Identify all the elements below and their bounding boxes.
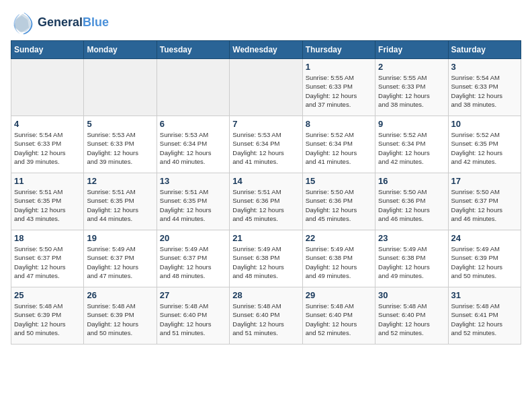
day-info: Sunrise: 5:49 AM Sunset: 6:38 PM Dayligh… <box>306 244 372 280</box>
calendar-week-3: 11Sunrise: 5:51 AM Sunset: 6:35 PM Dayli… <box>11 173 521 230</box>
day-number: 16 <box>378 176 445 186</box>
day-info: Sunrise: 5:52 AM Sunset: 6:34 PM Dayligh… <box>306 130 372 166</box>
calendar-header-row: SundayMondayTuesdayWednesdayThursdayFrid… <box>11 41 521 59</box>
calendar-cell: 25Sunrise: 5:48 AM Sunset: 6:39 PM Dayli… <box>11 287 84 345</box>
day-number: 14 <box>232 176 299 186</box>
calendar-cell: 2Sunrise: 5:55 AM Sunset: 6:33 PM Daylig… <box>375 59 448 116</box>
calendar-cell <box>230 59 302 116</box>
day-info: Sunrise: 5:52 AM Sunset: 6:35 PM Dayligh… <box>451 130 518 166</box>
calendar-cell: 26Sunrise: 5:48 AM Sunset: 6:39 PM Dayli… <box>84 287 157 345</box>
weekday-header-tuesday: Tuesday <box>157 41 229 59</box>
calendar-cell: 31Sunrise: 5:48 AM Sunset: 6:41 PM Dayli… <box>448 287 521 345</box>
day-info: Sunrise: 5:49 AM Sunset: 6:37 PM Dayligh… <box>160 244 226 280</box>
day-info: Sunrise: 5:49 AM Sunset: 6:38 PM Dayligh… <box>378 244 445 280</box>
weekday-header-thursday: Thursday <box>302 41 375 59</box>
day-number: 6 <box>160 119 226 129</box>
day-info: Sunrise: 5:49 AM Sunset: 6:37 PM Dayligh… <box>87 244 153 280</box>
day-number: 21 <box>232 233 299 243</box>
calendar-cell: 10Sunrise: 5:52 AM Sunset: 6:35 PM Dayli… <box>448 116 521 173</box>
day-number: 7 <box>232 119 299 129</box>
calendar-cell: 14Sunrise: 5:51 AM Sunset: 6:36 PM Dayli… <box>230 173 302 230</box>
day-number: 30 <box>378 290 445 300</box>
calendar-cell: 3Sunrise: 5:54 AM Sunset: 6:33 PM Daylig… <box>448 59 521 116</box>
day-info: Sunrise: 5:50 AM Sunset: 6:37 PM Dayligh… <box>451 187 518 223</box>
weekday-header-saturday: Saturday <box>448 41 521 59</box>
page-header: GeneralBlue <box>11 11 521 35</box>
day-number: 20 <box>160 233 226 243</box>
day-info: Sunrise: 5:50 AM Sunset: 6:36 PM Dayligh… <box>378 187 445 223</box>
calendar-cell: 20Sunrise: 5:49 AM Sunset: 6:37 PM Dayli… <box>157 230 229 287</box>
day-info: Sunrise: 5:50 AM Sunset: 6:36 PM Dayligh… <box>306 187 372 223</box>
day-info: Sunrise: 5:55 AM Sunset: 6:33 PM Dayligh… <box>378 73 445 109</box>
day-info: Sunrise: 5:51 AM Sunset: 6:35 PM Dayligh… <box>87 187 153 223</box>
logo-text: GeneralBlue <box>38 16 109 30</box>
weekday-header-sunday: Sunday <box>11 41 84 59</box>
day-info: Sunrise: 5:48 AM Sunset: 6:40 PM Dayligh… <box>160 302 226 337</box>
day-number: 17 <box>451 176 518 186</box>
calendar-week-5: 25Sunrise: 5:48 AM Sunset: 6:39 PM Dayli… <box>11 287 521 345</box>
calendar-cell: 11Sunrise: 5:51 AM Sunset: 6:35 PM Dayli… <box>11 173 84 230</box>
day-info: Sunrise: 5:48 AM Sunset: 6:40 PM Dayligh… <box>306 302 372 337</box>
day-info: Sunrise: 5:49 AM Sunset: 6:38 PM Dayligh… <box>232 244 299 280</box>
day-number: 31 <box>451 290 518 300</box>
day-number: 10 <box>451 119 518 129</box>
calendar-week-1: 1Sunrise: 5:55 AM Sunset: 6:33 PM Daylig… <box>11 59 521 116</box>
calendar-cell: 15Sunrise: 5:50 AM Sunset: 6:36 PM Dayli… <box>302 173 375 230</box>
calendar-cell <box>157 59 229 116</box>
calendar-cell: 23Sunrise: 5:49 AM Sunset: 6:38 PM Dayli… <box>375 230 448 287</box>
calendar-cell: 21Sunrise: 5:49 AM Sunset: 6:38 PM Dayli… <box>230 230 302 287</box>
day-info: Sunrise: 5:53 AM Sunset: 6:34 PM Dayligh… <box>160 130 226 166</box>
calendar-cell: 5Sunrise: 5:53 AM Sunset: 6:33 PM Daylig… <box>84 116 157 173</box>
day-number: 18 <box>14 233 81 243</box>
calendar-cell: 8Sunrise: 5:52 AM Sunset: 6:34 PM Daylig… <box>302 116 375 173</box>
calendar-cell: 1Sunrise: 5:55 AM Sunset: 6:33 PM Daylig… <box>302 59 375 116</box>
weekday-header-monday: Monday <box>84 41 157 59</box>
calendar-table: SundayMondayTuesdayWednesdayThursdayFrid… <box>11 40 521 345</box>
day-info: Sunrise: 5:49 AM Sunset: 6:39 PM Dayligh… <box>451 244 518 280</box>
calendar-week-2: 4Sunrise: 5:54 AM Sunset: 6:33 PM Daylig… <box>11 116 521 173</box>
day-number: 2 <box>378 62 445 72</box>
calendar-cell: 29Sunrise: 5:48 AM Sunset: 6:40 PM Dayli… <box>302 287 375 345</box>
calendar-cell <box>84 59 157 116</box>
day-number: 11 <box>14 176 81 186</box>
weekday-header-friday: Friday <box>375 41 448 59</box>
day-info: Sunrise: 5:51 AM Sunset: 6:35 PM Dayligh… <box>160 187 226 223</box>
day-info: Sunrise: 5:53 AM Sunset: 6:34 PM Dayligh… <box>232 130 299 166</box>
day-info: Sunrise: 5:51 AM Sunset: 6:36 PM Dayligh… <box>232 187 299 223</box>
calendar-cell: 13Sunrise: 5:51 AM Sunset: 6:35 PM Dayli… <box>157 173 229 230</box>
calendar-cell: 22Sunrise: 5:49 AM Sunset: 6:38 PM Dayli… <box>302 230 375 287</box>
day-number: 1 <box>306 62 372 72</box>
day-number: 23 <box>378 233 445 243</box>
day-info: Sunrise: 5:48 AM Sunset: 6:40 PM Dayligh… <box>232 302 299 337</box>
calendar-cell: 19Sunrise: 5:49 AM Sunset: 6:37 PM Dayli… <box>84 230 157 287</box>
day-info: Sunrise: 5:54 AM Sunset: 6:33 PM Dayligh… <box>451 73 518 109</box>
calendar-cell: 17Sunrise: 5:50 AM Sunset: 6:37 PM Dayli… <box>448 173 521 230</box>
day-number: 13 <box>160 176 226 186</box>
day-number: 25 <box>14 290 81 300</box>
day-number: 22 <box>306 233 372 243</box>
calendar-cell: 12Sunrise: 5:51 AM Sunset: 6:35 PM Dayli… <box>84 173 157 230</box>
day-info: Sunrise: 5:54 AM Sunset: 6:33 PM Dayligh… <box>14 130 81 166</box>
calendar-cell: 6Sunrise: 5:53 AM Sunset: 6:34 PM Daylig… <box>157 116 229 173</box>
day-info: Sunrise: 5:48 AM Sunset: 6:39 PM Dayligh… <box>87 302 153 337</box>
calendar-cell: 24Sunrise: 5:49 AM Sunset: 6:39 PM Dayli… <box>448 230 521 287</box>
calendar-body: 1Sunrise: 5:55 AM Sunset: 6:33 PM Daylig… <box>11 59 521 345</box>
day-number: 27 <box>160 290 226 300</box>
day-number: 8 <box>306 119 372 129</box>
day-number: 19 <box>87 233 153 243</box>
calendar-cell: 28Sunrise: 5:48 AM Sunset: 6:40 PM Dayli… <box>230 287 302 345</box>
day-info: Sunrise: 5:48 AM Sunset: 6:41 PM Dayligh… <box>451 302 518 337</box>
calendar-cell <box>11 59 84 116</box>
day-info: Sunrise: 5:55 AM Sunset: 6:33 PM Dayligh… <box>306 73 372 109</box>
day-number: 15 <box>306 176 372 186</box>
calendar-cell: 7Sunrise: 5:53 AM Sunset: 6:34 PM Daylig… <box>230 116 302 173</box>
day-info: Sunrise: 5:53 AM Sunset: 6:33 PM Dayligh… <box>87 130 153 166</box>
day-info: Sunrise: 5:48 AM Sunset: 6:40 PM Dayligh… <box>378 302 445 337</box>
weekday-header-wednesday: Wednesday <box>230 41 302 59</box>
day-number: 26 <box>87 290 153 300</box>
calendar-cell: 27Sunrise: 5:48 AM Sunset: 6:40 PM Dayli… <box>157 287 229 345</box>
logo-icon <box>11 11 35 35</box>
day-info: Sunrise: 5:48 AM Sunset: 6:39 PM Dayligh… <box>14 302 81 337</box>
day-info: Sunrise: 5:50 AM Sunset: 6:37 PM Dayligh… <box>14 244 81 280</box>
day-number: 4 <box>14 119 81 129</box>
